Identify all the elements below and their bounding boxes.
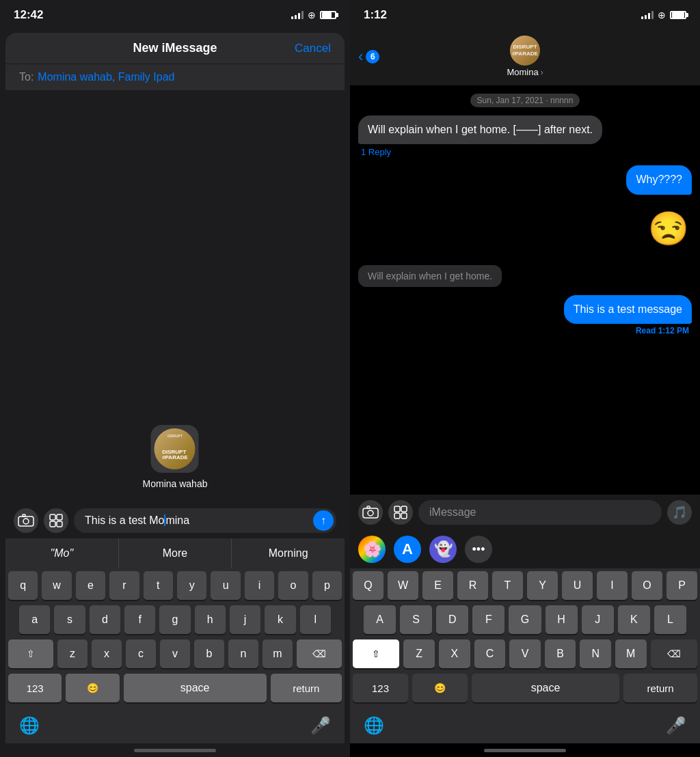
key-delete[interactable]: ⌫ (297, 639, 342, 668)
rkey-R[interactable]: R (457, 571, 488, 600)
key-x[interactable]: x (92, 639, 122, 668)
key-n[interactable]: n (228, 639, 258, 668)
rkey-H[interactable]: H (546, 605, 578, 634)
key-k[interactable]: k (265, 605, 295, 634)
to-field[interactable]: To: Momina wahab, Family Ipad (5, 64, 345, 90)
rkey-M[interactable]: M (615, 639, 647, 668)
rkey-X[interactable]: X (439, 639, 470, 668)
autocomplete-item-2[interactable]: Morning (232, 538, 345, 568)
rkey-G[interactable]: G (509, 605, 541, 634)
key-z[interactable]: z (57, 639, 88, 668)
rkey-Z[interactable]: Z (403, 639, 435, 668)
key-f[interactable]: f (124, 605, 155, 634)
rkey-W[interactable]: W (388, 571, 418, 600)
rkey-T[interactable]: T (492, 571, 523, 600)
key-s[interactable]: s (54, 605, 85, 634)
key-q[interactable]: q (8, 571, 38, 600)
autocomplete-item-0[interactable]: "Mo" (5, 538, 119, 568)
rkey-D[interactable]: D (436, 605, 468, 634)
key-v[interactable]: v (160, 639, 190, 668)
rkey-S[interactable]: S (400, 605, 432, 634)
chat-avatar[interactable]: DISRUPT#PARADE (510, 36, 540, 66)
message-emoji-2[interactable]: 😒 (645, 203, 692, 254)
key-r[interactable]: r (109, 571, 139, 600)
apps-button-left[interactable] (44, 508, 68, 533)
read-receipt: Read 1:12 PM (636, 326, 689, 335)
contact-suggestion[interactable]: DISRUPT#PARADE Momina wahab (143, 425, 208, 489)
key-o[interactable]: o (278, 571, 308, 600)
apps-button-right[interactable] (388, 500, 413, 525)
key-y[interactable]: y (177, 571, 206, 600)
key-shift[interactable]: ⇧ (8, 639, 53, 668)
rkey-I[interactable]: I (597, 571, 628, 600)
camera-button-right[interactable] (358, 500, 383, 525)
rkey-C[interactable]: C (474, 639, 506, 668)
camera-button-left[interactable] (14, 508, 38, 533)
thread-bubble[interactable]: Will explain when I get home. (358, 265, 502, 287)
message-bubble-1[interactable]: Why???? (626, 165, 692, 194)
key-space[interactable]: space (124, 674, 267, 702)
message-bubble-0[interactable]: Will explain when I get home. [——] after… (358, 115, 602, 144)
message-input-right[interactable]: iMessage (418, 500, 662, 525)
mic-icon-left[interactable]: 🎤 (310, 716, 331, 735)
key-l[interactable]: l (300, 605, 331, 634)
globe-icon-left[interactable]: 🌐 (19, 716, 40, 735)
key-j[interactable]: j (230, 605, 260, 634)
rkey-return[interactable]: return (623, 674, 697, 702)
message-row-0: Will explain when I get home. [——] after… (358, 115, 692, 157)
rkey-shift[interactable]: ⇧ (353, 639, 399, 668)
rkey-J[interactable]: J (582, 605, 614, 634)
rkey-emoji[interactable]: 😊 (412, 674, 468, 702)
rkey-123[interactable]: 123 (353, 674, 408, 702)
right-keyboard: Q W E R T Y U I O P A S D F G H J K L ⇧ … (350, 568, 700, 708)
key-g[interactable]: g (159, 605, 190, 634)
key-123[interactable]: 123 (8, 674, 62, 702)
key-p[interactable]: p (312, 571, 342, 600)
more-tray-icon[interactable]: ••• (465, 536, 492, 563)
rkey-U[interactable]: U (562, 571, 593, 600)
back-button[interactable]: ‹ 6 (358, 48, 379, 66)
rkey-L[interactable]: L (654, 605, 686, 634)
rkey-space[interactable]: space (472, 674, 619, 702)
key-d[interactable]: d (90, 605, 120, 634)
rkey-N[interactable]: N (580, 639, 611, 668)
rkey-E[interactable]: E (422, 571, 453, 600)
rkey-K[interactable]: K (618, 605, 650, 634)
rkey-A[interactable]: A (364, 605, 396, 634)
key-t[interactable]: t (144, 571, 173, 600)
key-emoji[interactable]: 😊 (66, 674, 119, 702)
key-e[interactable]: e (76, 571, 105, 600)
rkey-Q[interactable]: Q (353, 571, 383, 600)
key-h[interactable]: h (195, 605, 226, 634)
rkey-delete[interactable]: ⌫ (651, 639, 697, 668)
rkey-O[interactable]: O (632, 571, 662, 600)
autocomplete-item-1[interactable]: More (119, 538, 232, 568)
cancel-button[interactable]: Cancel (295, 42, 331, 55)
messages-area: Sun, Jan 17, 2021 · nnnnn Will explain w… (350, 85, 700, 495)
key-a[interactable]: a (19, 605, 50, 634)
rkey-F[interactable]: F (472, 605, 504, 634)
chat-contact-name[interactable]: Momina › (507, 67, 543, 77)
message-bubble-4[interactable]: This is a test message (564, 295, 692, 324)
reply-indicator[interactable]: 1 Reply (361, 147, 391, 157)
key-b[interactable]: b (194, 639, 224, 668)
key-w[interactable]: w (42, 571, 71, 600)
key-m[interactable]: m (262, 639, 293, 668)
message-input-left[interactable]: This is a test Mo​mina (74, 508, 336, 533)
key-return[interactable]: return (271, 674, 342, 702)
photos-tray-icon[interactable]: 🌸 (358, 536, 386, 563)
globe-icon-right[interactable]: 🌐 (364, 716, 384, 735)
key-u[interactable]: u (211, 571, 240, 600)
rkey-V[interactable]: V (509, 639, 541, 668)
send-button[interactable] (313, 510, 334, 531)
mic-icon-right[interactable]: 🎤 (666, 716, 686, 735)
key-c[interactable]: c (126, 639, 156, 668)
rkey-Y[interactable]: Y (527, 571, 558, 600)
appstore-tray-icon[interactable]: A (394, 536, 421, 563)
audio-button[interactable]: 🎵 (667, 500, 692, 525)
rkey-P[interactable]: P (667, 571, 697, 600)
back-chevron-icon: ‹ (358, 48, 363, 66)
key-i[interactable]: i (245, 571, 274, 600)
memoji-tray-icon[interactable]: 👻 (429, 536, 457, 563)
rkey-B[interactable]: B (545, 639, 576, 668)
